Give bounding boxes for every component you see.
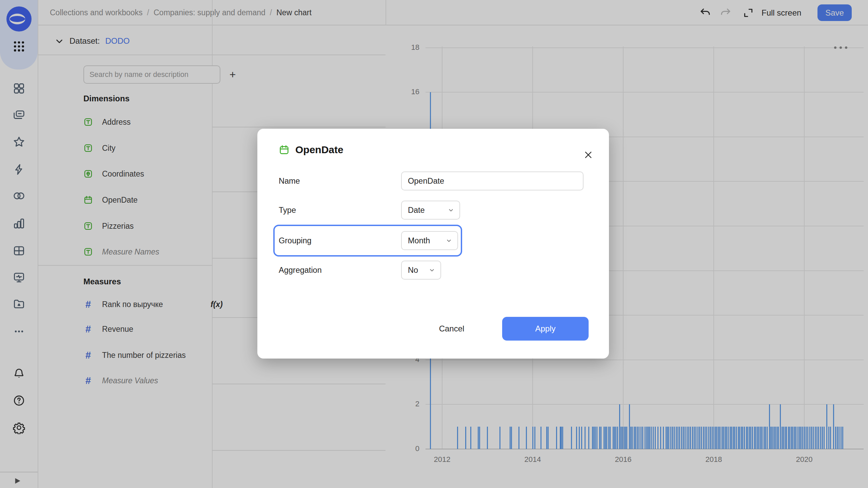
grouping-select[interactable]: Month	[401, 231, 458, 250]
chevron-down-icon	[447, 240, 450, 242]
type-value: Date	[408, 206, 425, 215]
close-icon	[586, 152, 591, 158]
aggregation-value: No	[408, 266, 418, 275]
type-select[interactable]: Date	[401, 201, 460, 220]
apply-button[interactable]: Apply	[502, 317, 589, 341]
aggregation-label: Aggregation	[279, 261, 322, 280]
cancel-button[interactable]: Cancel	[431, 317, 472, 341]
chevron-down-icon	[449, 209, 452, 211]
name-label: Name	[279, 171, 300, 190]
type-label: Type	[279, 201, 296, 220]
name-input[interactable]	[401, 171, 584, 190]
grouping-value: Month	[408, 236, 430, 245]
grouping-label: Grouping	[279, 231, 312, 250]
close-button[interactable]	[578, 145, 598, 165]
dialog-title: OpenDate	[295, 139, 343, 161]
chevron-down-icon	[430, 269, 433, 271]
field-settings-dialog: OpenDate Name Type Date Grouping Month A…	[257, 129, 609, 359]
aggregation-select[interactable]: No	[401, 261, 441, 280]
date-field-icon	[279, 144, 290, 155]
